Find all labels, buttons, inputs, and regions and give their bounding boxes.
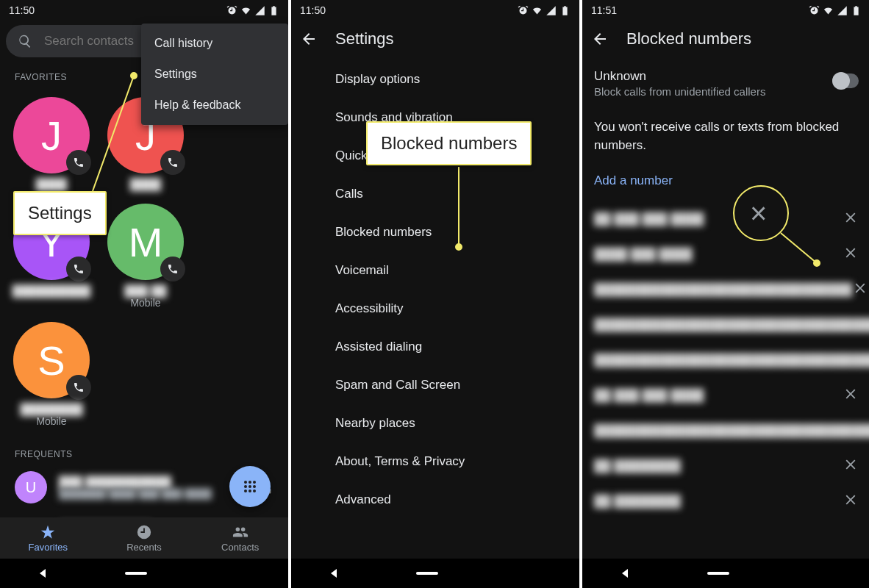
app-bar: Blocked numbers — [582, 21, 869, 57]
nav-home[interactable] — [125, 572, 147, 575]
phone-screen-2: 11:50 Settings Display optionsSounds and… — [291, 0, 579, 588]
system-nav — [582, 559, 869, 588]
phone-badge-icon — [160, 150, 185, 175]
blocked-number-row: ██ ███ ███ ████ — [582, 378, 869, 413]
settings-item[interactable]: Blocked numbers — [291, 213, 579, 251]
unknown-title: Unknown — [594, 69, 765, 84]
app-bar: Settings — [291, 21, 579, 57]
remove-blocked-button[interactable] — [852, 280, 868, 299]
status-bar: 11:50 — [291, 0, 579, 21]
tab-contacts[interactable]: Contacts — [192, 517, 288, 559]
contact-name: ███ ██ — [124, 284, 166, 297]
remove-blocked-button[interactable] — [843, 492, 859, 511]
tab-favorites[interactable]: Favorites — [0, 517, 96, 559]
status-time: 11:50 — [9, 4, 35, 16]
blocked-number-row: ██ ████████ — [582, 484, 869, 519]
dialpad-icon — [241, 478, 259, 495]
callout-x-icon: × — [750, 197, 767, 230]
phone-badge-icon — [66, 150, 91, 175]
unknown-toggle-row: Unknown Block calls from unidentified ca… — [582, 57, 869, 110]
nav-back[interactable] — [331, 569, 337, 578]
blocked-number-row: ██ ████████ — [582, 448, 869, 484]
alarm-icon — [518, 5, 529, 16]
settings-item[interactable]: Assisted dialing — [291, 328, 579, 366]
contact-sub: ███████ ████ ███ ███ ████ — [59, 488, 212, 499]
favorites-grid: J ████ J ████ Y ██████████ M ███ ██ Mobi… — [0, 87, 288, 439]
status-time: 11:51 — [591, 4, 617, 16]
settings-item[interactable]: Nearby places — [291, 404, 579, 442]
phone-badge-icon — [160, 257, 185, 282]
alarm-icon — [809, 5, 820, 16]
battery-icon — [268, 5, 279, 16]
svg-point-2 — [253, 481, 256, 484]
contact-name: ██████████ — [12, 284, 90, 297]
menu-item-help[interactable]: Help & feedback — [141, 90, 288, 121]
menu-item-settings[interactable]: Settings — [141, 59, 288, 90]
favorite-contact[interactable]: M ███ ██ Mobile — [99, 198, 193, 316]
star-icon — [40, 524, 56, 540]
status-icons — [226, 5, 279, 16]
tab-label: Contacts — [221, 542, 259, 553]
settings-item[interactable]: Voicemail — [291, 251, 579, 290]
status-bar: 11:50 — [0, 0, 288, 21]
callout-blocked: Blocked numbers — [366, 121, 532, 165]
unknown-toggle[interactable] — [832, 74, 859, 88]
remove-blocked-button[interactable] — [843, 245, 859, 264]
dialpad-fab[interactable] — [229, 466, 271, 507]
blocked-number-row: ███████████████████████████████████ — [582, 307, 869, 343]
svg-point-4 — [248, 485, 251, 488]
settings-item[interactable]: Accessibility — [291, 290, 579, 328]
signal-icon — [546, 5, 557, 16]
nav-home[interactable] — [707, 572, 729, 575]
settings-item[interactable]: Advanced — [291, 481, 579, 519]
page-title: Settings — [335, 29, 394, 49]
add-number-button[interactable]: Add a number — [582, 160, 869, 201]
people-icon — [232, 524, 248, 540]
contact-sub: Mobile — [130, 297, 160, 309]
nav-back[interactable] — [40, 569, 46, 578]
wifi-icon — [240, 5, 251, 16]
phone-screen-3: 11:51 Blocked numbers Unknown Block call… — [582, 0, 869, 588]
settings-item[interactable]: About, Terms & Privacy — [291, 442, 579, 481]
nav-back[interactable] — [622, 569, 628, 578]
contact-name: ███ ███████████ — [59, 476, 212, 488]
phone-screen-1: 11:50 Call history Settings Help & feedb… — [0, 0, 288, 588]
settings-item[interactable]: Calls — [291, 175, 579, 213]
page-title: Blocked numbers — [626, 29, 751, 49]
phone-badge-icon — [66, 257, 91, 282]
svg-point-3 — [244, 485, 247, 488]
blocked-number: ██ ████████ — [594, 495, 681, 507]
contact-sub: Mobile — [36, 415, 66, 427]
svg-point-1 — [248, 481, 251, 484]
blocked-number: ██ ████████ — [594, 459, 681, 472]
blocked-number-row: ███████████████████████████████████ — [582, 413, 869, 448]
nav-home[interactable] — [416, 572, 438, 575]
favorite-contact[interactable]: S ████████ Mobile — [4, 316, 99, 434]
tab-recents[interactable]: Recents — [96, 517, 193, 559]
blocked-list: ██ ███ ███ ████ ████ ███ ████ ██████████… — [582, 201, 869, 519]
favorite-contact[interactable]: J ████ — [4, 91, 99, 198]
back-arrow-icon[interactable] — [300, 30, 318, 48]
blocked-number-row: ██ ███ ███ ████ — [582, 201, 869, 237]
back-arrow-icon[interactable] — [591, 30, 609, 48]
remove-blocked-button[interactable] — [843, 456, 859, 476]
blocked-number-row: ███████████████████████████████████ — [582, 343, 869, 378]
menu-item-call-history[interactable]: Call history — [141, 28, 288, 59]
battery-icon — [559, 5, 571, 16]
bottom-nav: Favorites Recents Contacts — [0, 517, 288, 559]
remove-blocked-button[interactable] — [843, 209, 859, 229]
remove-blocked-button[interactable] — [843, 386, 859, 405]
status-time: 11:50 — [300, 4, 326, 16]
svg-point-0 — [244, 481, 247, 484]
status-icons — [809, 5, 862, 16]
blocked-number: ███████████████████████████████████ — [594, 318, 869, 331]
avatar: M — [107, 204, 184, 280]
battery-icon — [851, 5, 862, 16]
search-icon — [18, 34, 32, 49]
svg-point-5 — [253, 485, 256, 488]
tab-label: Recents — [126, 542, 162, 553]
system-nav — [0, 559, 288, 588]
signal-icon — [254, 5, 265, 16]
settings-item[interactable]: Display options — [291, 60, 579, 98]
settings-item[interactable]: Spam and Call Screen — [291, 366, 579, 404]
